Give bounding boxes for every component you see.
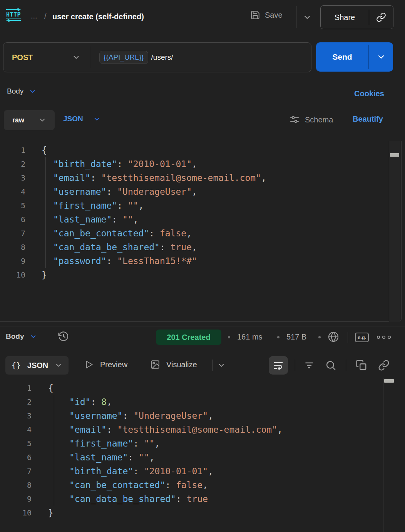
request-title[interactable]: user create (self-defined) bbox=[52, 12, 144, 21]
copy-link-button[interactable] bbox=[369, 12, 393, 22]
share-button[interactable]: Share bbox=[321, 13, 369, 22]
schema-label: Schema bbox=[305, 115, 333, 124]
filter-icon[interactable] bbox=[303, 360, 315, 371]
code-line[interactable]: 7"birth_date": "2010-01-01", bbox=[0, 464, 405, 478]
code-token: , bbox=[133, 214, 139, 224]
code-text: } bbox=[42, 268, 47, 282]
code-text: "birth_date": "2010-01-01", bbox=[48, 464, 213, 478]
line-number: 4 bbox=[0, 425, 37, 434]
example-button[interactable]: e.g. bbox=[355, 333, 369, 342]
code-line[interactable]: 2"birth_date": "2010-01-01", bbox=[0, 157, 401, 171]
code-token: "LessThan15!*#" bbox=[117, 256, 197, 266]
dot-separator bbox=[277, 336, 279, 338]
breadcrumb-separator: / bbox=[44, 12, 47, 21]
request-editor-scrollbar[interactable] bbox=[389, 141, 400, 322]
scrollbar-thumb[interactable] bbox=[384, 379, 394, 383]
save-options-chevron-icon[interactable] bbox=[303, 13, 312, 22]
code-text: "id": 8, bbox=[48, 395, 112, 409]
visualize-button[interactable]: Visualize bbox=[150, 360, 197, 370]
link-icon bbox=[376, 12, 386, 22]
code-line[interactable]: 1{ bbox=[0, 143, 401, 157]
code-line[interactable]: 5"first_name": "", bbox=[0, 199, 401, 212]
code-token: "id" bbox=[69, 397, 90, 407]
code-token: , bbox=[261, 173, 266, 183]
request-code-editor[interactable]: 1{2"birth_date": "2010-01-01",3"email": … bbox=[0, 141, 402, 322]
code-token: , bbox=[208, 466, 213, 476]
code-token: { bbox=[48, 383, 54, 393]
globe-icon[interactable] bbox=[327, 331, 340, 343]
code-line[interactable]: 9"can_data_be_shared": true bbox=[0, 492, 405, 506]
response-format-selector[interactable]: {} JSON bbox=[5, 356, 69, 375]
code-line[interactable]: 6"last_name": "", bbox=[0, 212, 401, 226]
copy-icon[interactable] bbox=[356, 360, 367, 371]
code-token: "testthisemail@some-email.com" bbox=[117, 425, 277, 435]
code-token: : bbox=[176, 494, 187, 504]
arrow-left-icon bbox=[5, 19, 22, 22]
line-number: 2 bbox=[0, 159, 33, 169]
status-badge[interactable]: 201 Created bbox=[156, 330, 221, 345]
code-line[interactable]: 3"username": "UnderageUser", bbox=[0, 409, 405, 423]
braces-icon: {} bbox=[12, 361, 21, 370]
dot-separator bbox=[318, 336, 321, 338]
code-line[interactable]: 2"id": 8, bbox=[0, 395, 405, 409]
code-line[interactable]: 10} bbox=[0, 506, 405, 520]
code-line[interactable]: 6"last_name": "", bbox=[0, 450, 405, 464]
code-line[interactable]: 4"email": "testthisemail@some-email.com"… bbox=[0, 423, 405, 437]
code-line[interactable]: 7"can_be_contacted": false, bbox=[0, 226, 401, 240]
code-line[interactable]: 1{ bbox=[0, 381, 405, 395]
language-selector[interactable]: JSON bbox=[63, 115, 100, 123]
response-code-editor[interactable]: 1{2"id": 8,3"username": "UnderageUser",4… bbox=[0, 379, 405, 532]
wrap-text-button[interactable] bbox=[269, 356, 288, 375]
search-icon[interactable] bbox=[325, 360, 336, 371]
body-type-chevron-icon bbox=[38, 116, 46, 124]
code-token: : bbox=[106, 256, 117, 266]
code-token: "password" bbox=[53, 256, 106, 266]
code-line[interactable]: 8"can_data_be_shared": true, bbox=[0, 240, 401, 254]
send-button-group: Send bbox=[316, 42, 393, 72]
body-type-selector[interactable]: raw bbox=[4, 110, 55, 130]
response-editor-scrollbar[interactable] bbox=[383, 378, 394, 532]
beautify-button[interactable]: Beautify bbox=[353, 115, 383, 124]
schema-button[interactable]: Schema bbox=[290, 115, 333, 125]
code-text: "last_name": "", bbox=[42, 212, 139, 226]
url-input[interactable]: {{API_URL}} /users/ bbox=[90, 51, 173, 64]
code-token: : bbox=[160, 242, 171, 252]
cookies-link[interactable]: Cookies bbox=[354, 89, 384, 98]
response-body-tab[interactable]: Body bbox=[6, 332, 37, 341]
code-line[interactable]: 9"password": "LessThan15!*#" bbox=[0, 254, 401, 268]
code-line[interactable]: 3"email": "testthisemail@some-email.com"… bbox=[0, 171, 401, 185]
scrollbar-thumb[interactable] bbox=[390, 153, 399, 157]
link-icon[interactable] bbox=[378, 360, 390, 371]
api-client-window: HTTP ... / user create (self-defined) Sa… bbox=[0, 0, 405, 532]
code-line[interactable]: 5"first_name": "", bbox=[0, 437, 405, 450]
send-options-button[interactable] bbox=[369, 42, 393, 72]
code-token: , bbox=[192, 242, 197, 252]
divider bbox=[295, 360, 295, 371]
more-options-icon[interactable] bbox=[376, 333, 392, 341]
response-size[interactable]: 517 B bbox=[286, 333, 306, 341]
url-variable-chip[interactable]: {{API_URL}} bbox=[99, 51, 148, 64]
preview-button[interactable]: Preview bbox=[84, 360, 127, 370]
code-line[interactable]: 10} bbox=[0, 268, 401, 282]
code-token: "last_name" bbox=[53, 214, 112, 224]
code-token: "" bbox=[122, 214, 133, 224]
code-token: "can_data_be_shared" bbox=[69, 494, 176, 504]
code-text: "can_be_contacted": false, bbox=[42, 226, 192, 240]
code-text: } bbox=[48, 506, 54, 520]
history-icon[interactable] bbox=[58, 331, 69, 342]
code-line[interactable]: 4"username": "UnderageUser", bbox=[0, 185, 401, 199]
code-line[interactable]: 8"can_be_contacted": false, bbox=[0, 478, 405, 492]
response-time[interactable]: 161 ms bbox=[237, 333, 263, 341]
code-token: false bbox=[176, 480, 202, 490]
send-button[interactable]: Send bbox=[316, 42, 368, 72]
save-button[interactable]: Save bbox=[250, 10, 283, 20]
request-body-tab[interactable]: Body bbox=[7, 87, 36, 95]
breadcrumb-ellipsis[interactable]: ... bbox=[31, 12, 37, 20]
image-icon bbox=[150, 360, 160, 370]
code-token: : bbox=[117, 201, 128, 211]
code-token: "" bbox=[139, 452, 149, 462]
visualize-chevron-icon[interactable] bbox=[217, 361, 226, 370]
method-selector[interactable]: POST bbox=[3, 53, 90, 62]
code-text: "password": "LessThan15!*#" bbox=[42, 254, 197, 268]
code-token: "email" bbox=[53, 173, 90, 183]
